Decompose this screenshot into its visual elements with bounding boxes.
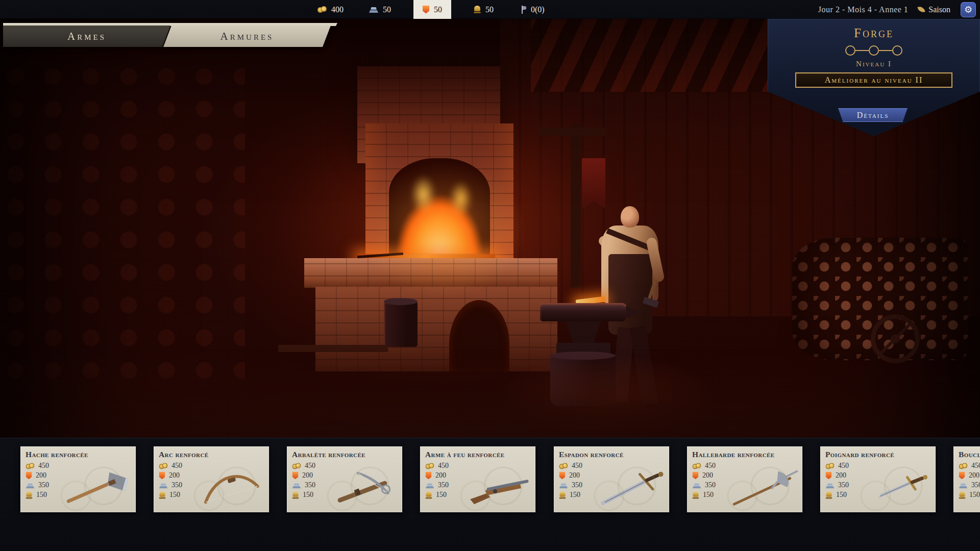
bell-icon	[826, 491, 832, 498]
bell-icon	[559, 491, 566, 498]
game-date: Jour 2 - Mois 4 - Annee 1	[818, 5, 908, 14]
resource-gold-value: 400	[331, 5, 344, 14]
coins-icon	[26, 463, 35, 469]
bell-icon	[426, 491, 432, 498]
resource-iron[interactable]: 50	[366, 0, 394, 19]
cost-iron: 350	[705, 481, 716, 489]
item-name: Arbalète renforcée	[287, 446, 402, 459]
season-indicator[interactable]: Saison	[918, 5, 950, 14]
cost-cloth: 200	[435, 471, 446, 480]
cost-iron: 350	[838, 481, 849, 489]
item-card-hache[interactable]: Hache renforcée 450 200 350 150	[20, 446, 136, 513]
item-costs: 450 200 350 150	[692, 462, 716, 499]
cost-gold: 450	[971, 462, 980, 470]
resource-cloth-selected[interactable]: 50	[413, 0, 451, 19]
gear-icon: ⚙	[964, 4, 972, 15]
tab-armures-label: Armures	[220, 30, 274, 43]
bell-icon	[474, 6, 481, 13]
cost-iron: 350	[38, 481, 49, 489]
item-card-bouclier[interactable]: Bouclier renforcé 450 200 350 150	[953, 446, 980, 513]
bell-icon	[693, 491, 699, 498]
level-pip	[845, 45, 855, 56]
tab-armes-label: Armes	[67, 30, 106, 43]
cost-cloth: 200	[302, 471, 313, 480]
cost-bell: 150	[570, 491, 580, 499]
item-costs: 450 200 350 150	[292, 462, 315, 499]
item-card-arc[interactable]: Arc renforcé 450 200 350 150	[153, 446, 270, 513]
bell-icon	[292, 491, 299, 498]
cost-bell: 150	[303, 491, 313, 499]
resource-standard-value: 0(0)	[531, 5, 545, 14]
banner-icon	[693, 472, 699, 480]
cost-iron: 350	[172, 481, 182, 489]
tab-armes[interactable]: Armes	[3, 26, 170, 47]
resource-bell[interactable]: 50	[471, 0, 497, 19]
resource-gold[interactable]: 400	[314, 0, 347, 19]
item-costs: 450 200 350 150	[26, 462, 49, 499]
cost-gold: 450	[572, 462, 582, 470]
ingot-icon	[426, 482, 434, 488]
bell-icon	[959, 491, 966, 498]
cost-cloth: 200	[36, 471, 46, 480]
cost-bell: 150	[436, 491, 447, 499]
crossbow-image	[324, 465, 401, 510]
cost-iron: 350	[438, 481, 449, 489]
item-name: Bouclier renforcé	[953, 446, 980, 459]
level-pip	[892, 45, 902, 56]
tab-armures[interactable]: Armures	[163, 26, 331, 47]
item-card-hallebarde[interactable]: Hallebarde renforcée 450 200 350 150	[687, 446, 803, 513]
banner-icon	[26, 472, 32, 480]
item-name: Arme à feu renforcée	[420, 446, 535, 459]
item-name: Espadon renforcé	[554, 446, 669, 459]
coins-icon	[159, 463, 168, 469]
coins-icon	[826, 463, 835, 469]
cost-gold: 450	[838, 462, 849, 470]
cost-gold: 450	[172, 462, 182, 470]
banner-icon	[292, 472, 299, 480]
bow-image	[190, 465, 268, 510]
coins-icon	[317, 6, 327, 13]
ingot-icon	[559, 482, 568, 488]
bell-icon	[159, 491, 166, 498]
item-card-arme-a-feu[interactable]: Arme à feu renforcée 450 200 350 150	[420, 446, 536, 513]
ingot-icon	[292, 482, 301, 488]
item-costs: 450 200 350 150	[959, 462, 980, 499]
item-card-poignard[interactable]: Poignard renforcé 450 200 350 150	[820, 446, 936, 513]
upgrade-button[interactable]: Améliorer au niveau II	[795, 72, 952, 88]
resource-cloth-value: 50	[434, 5, 442, 14]
cost-gold: 450	[305, 462, 315, 470]
level-pip-link	[855, 50, 869, 51]
halberd-image	[724, 465, 801, 510]
season-label: Saison	[928, 5, 950, 14]
coins-icon	[426, 463, 434, 469]
cost-bell: 150	[36, 491, 47, 499]
cost-bell: 150	[169, 491, 180, 499]
resource-standard[interactable]: 0(0)	[516, 0, 548, 19]
top-bar: 400 50 50 50 0(0) Jour 2 - Mois 4 - Anne…	[0, 0, 980, 19]
item-name: Poignard renforcé	[820, 446, 936, 459]
dagger-image	[857, 465, 935, 510]
standard-icon	[519, 6, 526, 14]
item-costs: 450 200 350 150	[825, 462, 849, 499]
banner-icon	[423, 6, 429, 14]
item-card-arbalete[interactable]: Arbalète renforcée 450 200 350 150	[286, 446, 403, 513]
banner-icon	[159, 472, 165, 480]
ingot-icon	[369, 6, 378, 13]
ingot-icon	[826, 482, 835, 488]
ingot-icon	[693, 482, 701, 488]
resource-bar: 400 50 50 50 0(0)	[314, 0, 548, 19]
level-pip-link	[879, 50, 892, 51]
greatsword-image	[591, 465, 668, 510]
item-card-espadon[interactable]: Espadon renforcé 450 200 350 150	[553, 446, 670, 513]
cost-gold: 450	[438, 462, 449, 470]
coins-icon	[693, 463, 701, 469]
cost-cloth: 200	[836, 471, 846, 480]
cost-cloth: 200	[569, 471, 580, 480]
firearm-image	[457, 465, 534, 510]
details-button[interactable]: Détails	[838, 108, 908, 122]
settings-button[interactable]: ⚙	[961, 2, 976, 17]
item-name: Hache renforcée	[20, 446, 136, 459]
item-costs: 450 200 350 150	[159, 462, 182, 499]
resource-bell-value: 50	[485, 5, 494, 14]
axe-image	[57, 465, 135, 510]
